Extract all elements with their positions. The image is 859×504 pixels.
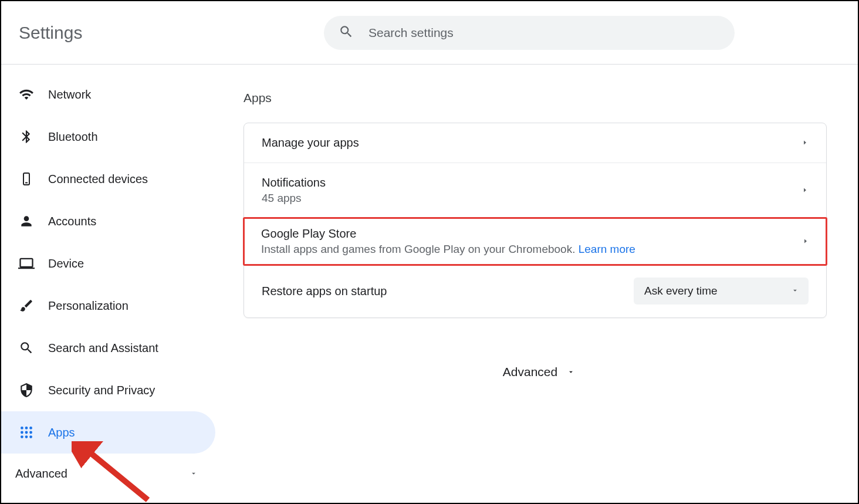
row-manage-apps[interactable]: Manage your apps [244, 123, 826, 163]
chevron-right-icon [801, 138, 809, 148]
wifi-icon [18, 87, 35, 102]
restore-dropdown[interactable]: Ask every time [634, 278, 809, 305]
learn-more-link[interactable]: Learn more [579, 243, 635, 255]
sidebar-item-label: Personalization [48, 299, 128, 313]
sidebar-item-label: Security and Privacy [48, 384, 155, 397]
sidebar-item-label: Apps [48, 426, 75, 439]
phone-icon [18, 172, 35, 186]
row-google-play-store[interactable]: Google Play Store Install apps and games… [243, 217, 827, 266]
sidebar-item-label: Connected devices [48, 172, 148, 186]
search-input[interactable] [368, 26, 720, 40]
row-label: Restore apps on startup [262, 285, 387, 298]
search-bar[interactable] [324, 16, 735, 50]
shield-icon [18, 383, 35, 398]
bluetooth-icon [18, 129, 35, 144]
row-label: Notifications [262, 176, 326, 190]
svg-point-10 [29, 435, 32, 438]
apps-card: Manage your apps Notifications 45 apps G… [244, 123, 827, 318]
row-notifications[interactable]: Notifications 45 apps [244, 163, 826, 218]
main-content: Apps Manage your apps Notifications 45 a… [215, 65, 858, 503]
svg-point-7 [29, 431, 32, 434]
sidebar-item-label: Device [48, 257, 84, 270]
sidebar-item-apps[interactable]: Apps [1, 411, 215, 454]
svg-point-4 [29, 427, 32, 429]
svg-point-2 [21, 427, 23, 429]
sidebar-item-search-assistant[interactable]: Search and Assistant [1, 327, 215, 369]
chevron-down-icon [567, 365, 575, 379]
sidebar-item-accounts[interactable]: Accounts [1, 200, 215, 242]
row-label: Google Play Store [261, 227, 635, 241]
sidebar-item-label: Search and Assistant [48, 341, 158, 355]
svg-point-8 [21, 435, 23, 438]
brush-icon [18, 298, 35, 313]
dropdown-value: Ask every time [644, 285, 718, 297]
svg-point-9 [25, 435, 28, 438]
search-icon [339, 24, 354, 42]
row-subtext: Install apps and games from Google Play … [261, 243, 635, 256]
sidebar-advanced-label: Advanced [15, 467, 67, 481]
row-label: Manage your apps [262, 136, 359, 150]
sidebar-item-label: Bluetooth [48, 130, 98, 144]
sidebar-item-network[interactable]: Network [1, 73, 215, 116]
svg-point-3 [25, 427, 28, 429]
section-title: Apps [244, 91, 834, 105]
sidebar-advanced-toggle[interactable]: Advanced [1, 456, 215, 491]
sidebar-item-connected-devices[interactable]: Connected devices [1, 158, 215, 200]
search-icon [18, 340, 35, 356]
sidebar-item-security-privacy[interactable]: Security and Privacy [1, 369, 215, 411]
apps-icon [18, 425, 35, 440]
svg-point-6 [25, 431, 28, 434]
chevron-right-icon [801, 185, 809, 196]
sidebar-item-bluetooth[interactable]: Bluetooth [1, 116, 215, 158]
header: Settings [1, 1, 858, 65]
page-title: Settings [19, 23, 324, 43]
sidebar-item-label: Accounts [48, 215, 96, 228]
sidebar-item-label: Network [48, 88, 91, 102]
sidebar-item-personalization[interactable]: Personalization [1, 285, 215, 327]
person-icon [18, 214, 35, 229]
sidebar-item-device[interactable]: Device [1, 242, 215, 285]
svg-point-5 [21, 431, 23, 434]
advanced-toggle[interactable]: Advanced [244, 365, 834, 379]
chevron-down-icon [190, 467, 198, 481]
advanced-label: Advanced [503, 365, 557, 379]
chevron-right-icon [802, 236, 809, 247]
row-restore-apps: Restore apps on startup Ask every time [244, 265, 826, 317]
laptop-icon [18, 255, 35, 272]
row-subtext: 45 apps [262, 192, 326, 205]
sidebar: Network Bluetooth Connected devices Acco… [1, 65, 215, 503]
chevron-down-icon [791, 285, 799, 297]
